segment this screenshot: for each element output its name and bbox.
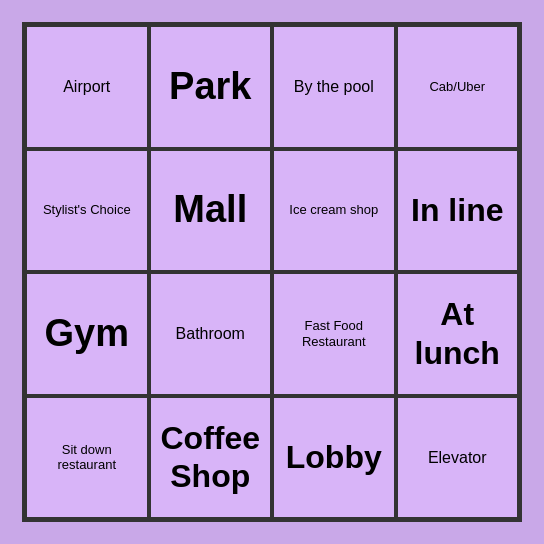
cell-label-c0: Airport [63,77,110,96]
cell-c1[interactable]: Park [149,25,273,149]
cell-label-c4: Stylist's Choice [43,202,131,218]
cell-c0[interactable]: Airport [25,25,149,149]
cell-label-c8: Gym [45,311,129,357]
cell-label-c2: By the pool [294,77,374,96]
cell-c14[interactable]: Lobby [272,396,396,520]
bingo-board: AirportParkBy the poolCab/UberStylist's … [22,22,522,522]
cell-label-c9: Bathroom [176,324,245,343]
cell-label-c5: Mall [173,187,247,233]
cell-label-c6: Ice cream shop [289,202,378,218]
cell-label-c1: Park [169,64,251,110]
cell-c3[interactable]: Cab/Uber [396,25,520,149]
cell-label-c7: In line [411,191,503,229]
cell-c13[interactable]: Coffee Shop [149,396,273,520]
cell-label-c15: Elevator [428,448,487,467]
cell-c10[interactable]: Fast Food Restaurant [272,272,396,396]
cell-label-c10: Fast Food Restaurant [280,318,388,349]
cell-label-c13: Coffee Shop [157,419,265,496]
cell-c5[interactable]: Mall [149,149,273,273]
cell-c12[interactable]: Sit down restaurant [25,396,149,520]
cell-c4[interactable]: Stylist's Choice [25,149,149,273]
cell-c8[interactable]: Gym [25,272,149,396]
cell-label-c12: Sit down restaurant [33,442,141,473]
cell-label-c14: Lobby [286,438,382,476]
cell-c11[interactable]: At lunch [396,272,520,396]
cell-label-c11: At lunch [404,295,512,372]
cell-c2[interactable]: By the pool [272,25,396,149]
cell-c9[interactable]: Bathroom [149,272,273,396]
cell-c15[interactable]: Elevator [396,396,520,520]
cell-c7[interactable]: In line [396,149,520,273]
cell-c6[interactable]: Ice cream shop [272,149,396,273]
cell-label-c3: Cab/Uber [429,79,485,95]
